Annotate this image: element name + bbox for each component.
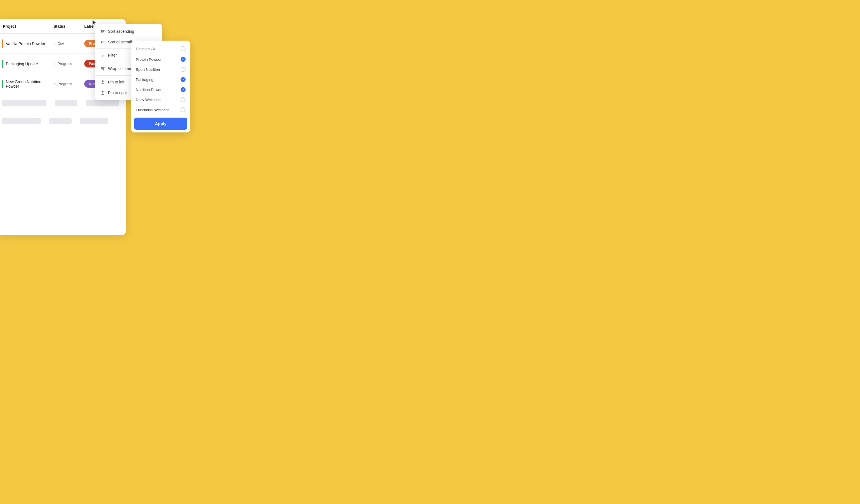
filter-panel: Deselect All Protein Powder Sport Nutrit… [131, 41, 190, 132]
td-project-2: Packaging Update [2, 60, 54, 68]
menu-label-pin-right: Pin to right [108, 90, 127, 95]
deselect-all-row: Deselect All [131, 44, 190, 54]
pin-left-icon [100, 80, 105, 85]
radio-functional-wellness [181, 107, 186, 112]
sort-desc-icon [100, 40, 105, 44]
td-status-1: In Dev [54, 41, 84, 46]
filter-label-sport-nutrition: Sport Nutrition [136, 68, 160, 72]
skeleton-bar [49, 118, 72, 124]
skeleton-bar [55, 100, 77, 106]
deselect-all-label: Deselect All [136, 47, 156, 51]
row-indicator-1 [2, 40, 3, 48]
apply-button[interactable]: Apply [134, 118, 187, 130]
filter-label-packaging: Packaging [136, 77, 154, 82]
project-name-2: Packaging Update [6, 62, 38, 66]
skeleton-bar [80, 118, 108, 124]
skeleton-bar [86, 100, 119, 106]
col-header-project: Project [2, 24, 54, 29]
skeleton-bar [2, 118, 41, 124]
filter-option-nutrition-powder[interactable]: Nutrition Powder [131, 85, 190, 95]
wrap-icon [100, 66, 105, 71]
radio-checked-nutrition-powder [181, 87, 186, 92]
radio-checked-packaging [181, 77, 186, 82]
filter-label-daily-wellness: Daily Wellness [136, 98, 160, 102]
col-header-status: Status [54, 24, 84, 29]
filter-option-protein-powder[interactable]: Protein Powder [131, 54, 190, 64]
menu-label-pin-left: Pin to left [108, 80, 124, 84]
filter-option-daily-wellness[interactable]: Daily Wellness [131, 95, 190, 105]
skeleton-row-2 [0, 112, 126, 130]
deselect-all-radio[interactable] [181, 46, 186, 51]
radio-daily-wellness [181, 97, 186, 102]
filter-label-nutrition-powder: Nutrition Powder [136, 88, 164, 92]
td-status-3: In Progress [54, 82, 84, 86]
menu-label-filter: Filter [108, 53, 117, 57]
row-indicator-3 [2, 80, 3, 88]
menu-label-wrap-column: Wrap column [108, 66, 131, 71]
radio-sport-nutrition [181, 67, 186, 72]
filter-option-packaging[interactable]: Packaging [131, 74, 190, 85]
filter-label-protein-powder: Protein Powder [136, 57, 161, 62]
filter-option-functional-wellness[interactable]: Functional Wellness [131, 105, 190, 115]
sort-asc-icon [100, 29, 105, 34]
skeleton-bar [2, 100, 46, 106]
filter-icon [100, 53, 105, 58]
filter-label-functional-wellness: Functional Wellness [136, 108, 170, 112]
project-name-1: Vanilla Protein Powder [6, 41, 45, 46]
td-status-2: In Progress [54, 62, 84, 66]
row-indicator-2 [2, 60, 3, 68]
td-project-1: Vanilla Protein Powder [2, 40, 54, 48]
td-project-3: New Green Nutrition Powder [2, 80, 54, 88]
menu-item-sort-ascending[interactable]: Sort ascending [95, 26, 162, 37]
project-name-3: New Green Nutrition Powder [6, 80, 54, 88]
filter-option-sport-nutrition[interactable]: Sport Nutrition [131, 64, 190, 74]
menu-label-sort-ascending: Sort ascending [108, 29, 134, 33]
radio-checked-protein-powder [181, 57, 186, 62]
pin-right-icon [100, 90, 105, 95]
